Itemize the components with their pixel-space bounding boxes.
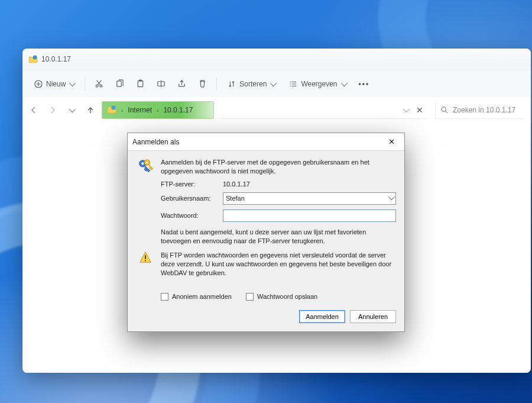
- dialog-title: Aanmelden als: [132, 138, 179, 146]
- checkbox-icon: [161, 293, 168, 301]
- checkbox-icon: [246, 293, 254, 301]
- dialog-message: Aanmelden bij de FTP-server met de opgeg…: [161, 158, 396, 176]
- logon-dialog: Aanmelden als ✕ Aanmelden bij de: [127, 133, 405, 332]
- keys-icon: [136, 158, 155, 176]
- save-password-label: Wachtwoord opslaan: [257, 293, 317, 300]
- dialog-titlebar[interactable]: Aanmelden als ✕: [128, 133, 404, 151]
- server-value: 10.0.1.17: [223, 180, 396, 188]
- anonymous-checkbox[interactable]: Anoniem aanmelden: [161, 293, 232, 301]
- warning-icon: [136, 251, 155, 264]
- server-label: FTP-server:: [161, 180, 223, 188]
- modal-overlay: Aanmelden als ✕ Aanmelden bij de: [0, 0, 532, 403]
- favorites-hint: Nadat u bent aangemeld, kunt u deze serv…: [161, 228, 396, 246]
- svg-point-11: [141, 162, 144, 165]
- svg-point-13: [146, 162, 148, 163]
- security-warning: Bij FTP worden wachtwoorden en gegevens …: [161, 251, 396, 278]
- username-value: Stefan: [226, 195, 245, 202]
- svg-rect-14: [145, 256, 146, 259]
- logon-button[interactable]: Aanmelden: [299, 310, 345, 323]
- close-button[interactable]: ✕: [383, 136, 400, 149]
- password-label: Wachtwoord:: [161, 212, 223, 219]
- cancel-button[interactable]: Annuleren: [350, 310, 396, 323]
- svg-rect-15: [145, 260, 146, 262]
- save-password-checkbox[interactable]: Wachtwoord opslaan: [246, 293, 317, 301]
- chevron-down-icon: [388, 195, 393, 201]
- username-combobox[interactable]: Stefan: [223, 192, 396, 205]
- password-input[interactable]: [223, 209, 396, 222]
- anonymous-label: Anoniem aanmelden: [172, 293, 232, 300]
- username-label: Gebruikersnaam:: [161, 195, 223, 202]
